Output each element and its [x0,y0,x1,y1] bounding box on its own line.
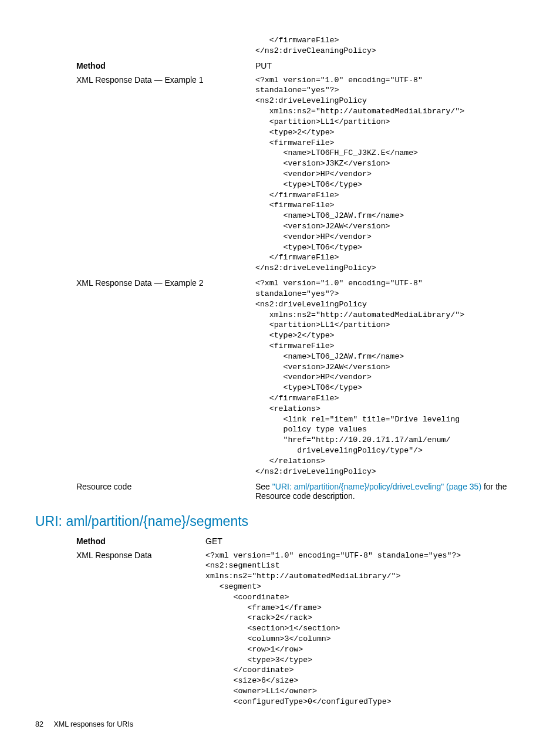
table-row: Resource code See "URI: aml/partition/{n… [35,480,525,503]
table-section1: </firmwareFile> </ns2:driveCleaningPolic… [35,33,525,503]
label-resource-code: Resource code [76,482,131,491]
label-xml-resp2: XML Response Data [76,551,152,560]
table-row: Method GET [35,534,525,548]
resource-prefix: See [255,482,272,491]
resource-link[interactable]: "URI: aml/partition/{name}/policy/driveL… [272,482,481,491]
label-method: Method [76,61,106,70]
code-block: <?xml version="1.0" encoding="UTF-8" sta… [255,278,525,477]
page-body: </firmwareFile> </ns2:driveCleaningPolic… [0,0,560,710]
table-row: Method PUT [35,59,525,73]
table-section2: Method GET XML Response Data <?xml versi… [35,534,525,710]
footer-title: XML responses for URIs [53,720,133,728]
table-row: XML Response Data <?xml version="1.0" en… [35,548,525,710]
page-number: 82 [35,720,43,728]
code-block: <?xml version="1.0" encoding="UTF-8" sta… [205,551,525,707]
label-xml-ex1: XML Response Data — Example 1 [76,75,204,85]
table-row: XML Response Data — Example 1 <?xml vers… [35,73,525,276]
code-block: <?xml version="1.0" encoding="UTF-8" sta… [255,75,525,274]
heading-uri-segments: URI: aml/partition/{name}/segments [35,514,525,529]
page-footer: 82 XML responses for URIs [35,720,133,728]
code-block: </firmwareFile> </ns2:driveCleaningPolic… [255,35,525,56]
value-method2: GET [205,536,222,546]
resource-code-text: See "URI: aml/partition/{name}/policy/dr… [255,482,507,501]
value-method: PUT [255,61,272,70]
table-row: XML Response Data — Example 2 <?xml vers… [35,276,525,479]
label-method2: Method [76,536,106,546]
label-xml-ex2: XML Response Data — Example 2 [76,278,204,288]
table-row: </firmwareFile> </ns2:driveCleaningPolic… [35,33,525,59]
